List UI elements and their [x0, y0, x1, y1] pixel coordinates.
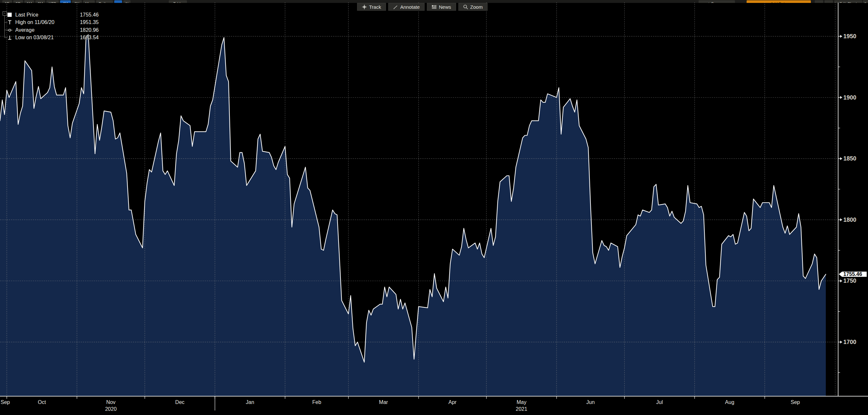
x-axis-month-label: Apr — [448, 400, 457, 405]
legend-row-high-on-11-06-20[interactable]: High on 11/06/201951.35 — [0, 19, 100, 26]
legend-value: 1683.54 — [80, 35, 99, 40]
legend-value: 1755.46 — [80, 12, 99, 18]
legend-label: Low on 03/08/21 — [15, 35, 54, 40]
x-axis-month-label: Jan — [246, 400, 254, 405]
annotate-button-label: Annotate — [400, 4, 420, 10]
y-axis-label: 1750 — [843, 278, 856, 284]
chart-action-toolbar: TrackAnnotateNewsZoom — [357, 3, 488, 11]
last-price-swatch-icon — [7, 12, 12, 18]
legend-row-average[interactable]: Average1820.96 — [0, 26, 100, 34]
last-price-tag: 1755.46 — [839, 271, 867, 277]
high-marker-icon — [7, 20, 12, 25]
price-chart[interactable]: 195019001850180017501700SepOctNovDecJanF… — [0, 0, 868, 415]
y-axis-tick-arrow-icon — [840, 341, 842, 344]
zoom-magnifier-icon — [463, 4, 468, 9]
y-axis: 195019001850180017501700 — [838, 33, 856, 373]
chart-legend: − Last Price1755.46High on 11/06/201951.… — [0, 9, 100, 40]
news-button-label: News — [439, 4, 451, 10]
average-marker-icon — [7, 28, 12, 33]
news-button[interactable]: News — [427, 3, 456, 11]
annotate-button[interactable]: Annotate — [388, 3, 425, 11]
x-axis-month-label: Jun — [586, 400, 595, 405]
y-axis-label: 1800 — [843, 216, 856, 223]
x-axis-year-label: 2021 — [516, 406, 527, 412]
zoom-button-label: Zoom — [470, 4, 483, 10]
x-axis: SepOctNovDecJanFebMarAprMayJunJulAugSep2… — [1, 396, 800, 412]
low-marker-icon — [7, 35, 12, 40]
x-axis-month-label: Sep — [791, 400, 800, 405]
last-price-tag-value: 1755.46 — [843, 271, 862, 277]
y-axis-tick-arrow-icon — [840, 35, 842, 38]
legend-label: High on 11/06/20 — [15, 20, 55, 25]
legend-value: 1820.96 — [80, 27, 99, 33]
y-axis-label: 1850 — [843, 155, 856, 162]
news-lines-icon — [432, 5, 437, 9]
x-axis-month-label: Mar — [379, 400, 388, 405]
legend-label: Average — [15, 27, 34, 33]
y-axis-label: 1700 — [843, 339, 856, 345]
y-axis-tick-arrow-icon — [840, 279, 842, 282]
legend-label: Last Price — [15, 12, 38, 18]
x-axis-month-label: Sep — [1, 400, 10, 405]
y-axis-label: 1950 — [843, 33, 856, 40]
legend-row-last-price[interactable]: Last Price1755.46 — [0, 11, 100, 19]
track-button-label: Track — [369, 4, 381, 10]
legend-value: 1951.35 — [80, 20, 99, 25]
x-axis-month-label: Jul — [656, 400, 663, 405]
x-axis-month-label: Nov — [106, 400, 115, 405]
x-axis-year-label: 2020 — [105, 406, 117, 412]
y-axis-label: 1900 — [843, 94, 856, 101]
zoom-button[interactable]: Zoom — [458, 3, 488, 11]
x-axis-month-label: Oct — [38, 400, 46, 405]
y-axis-tick-arrow-icon — [840, 157, 842, 160]
x-axis-month-label: Feb — [312, 400, 321, 405]
y-axis-tick-arrow-icon — [840, 218, 842, 221]
y-axis-tick-arrow-icon — [840, 96, 842, 99]
x-axis-month-label: Aug — [725, 400, 734, 405]
annotate-pencil-icon — [393, 4, 398, 9]
track-button[interactable]: Track — [357, 3, 386, 11]
legend-row-low-on-03-08-21[interactable]: Low on 03/08/211683.54 — [0, 34, 100, 41]
x-axis-month-label: Dec — [175, 400, 184, 405]
x-axis-month-label: May — [517, 400, 526, 405]
track-crosshair-icon — [362, 4, 367, 9]
bloomberg-chart-window: { "top_toolbar": { "left_segments": [ {"… — [0, 0, 868, 415]
